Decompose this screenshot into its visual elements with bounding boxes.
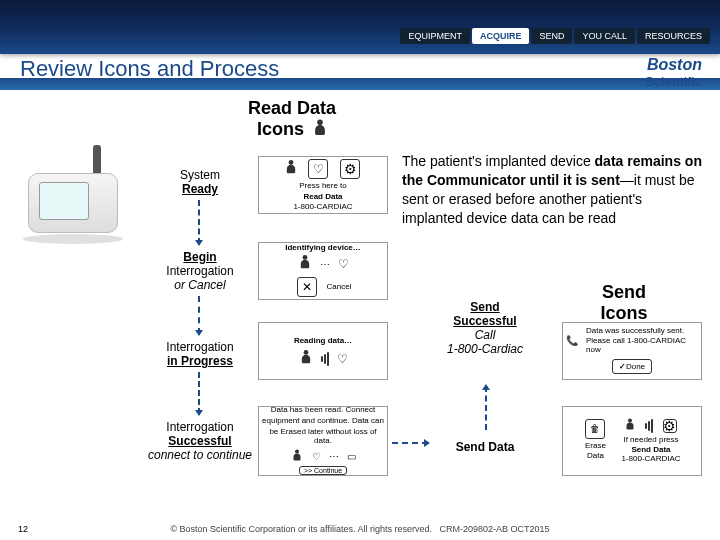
brand-line1: Boston [645, 56, 702, 74]
screen-reading: Reading data… [258, 322, 388, 380]
communicator-device-image [18, 165, 138, 250]
brand-line2: Scientific [645, 74, 702, 89]
send-data-label: Send Data [430, 440, 540, 454]
heart-button-icon [308, 159, 328, 179]
person-icon [294, 453, 301, 460]
nav-send[interactable]: SEND [531, 28, 572, 44]
cancel-button [297, 277, 317, 297]
screen-send-data: Erase Data If needed press Send Data 1-8… [562, 406, 702, 476]
footer: © Boston Scientific Corporation or its a… [0, 524, 720, 534]
nav-tabs: EQUIPMENT ACQUIRE SEND YOU CALL RESOURCE… [400, 28, 710, 44]
read-data-heading: Read Data Icons [232, 98, 352, 140]
nav-equipment[interactable]: EQUIPMENT [400, 28, 470, 44]
person-icon [301, 355, 309, 363]
continue-button: >> Continue [299, 466, 347, 475]
step-begin-interrogation: Begin Interrogation or Cancel [140, 250, 260, 292]
heart-icon [338, 257, 349, 271]
step-in-progress: Interrogation in Progress [140, 340, 260, 368]
header-bar: EQUIPMENT ACQUIRE SEND YOU CALL RESOURCE… [0, 0, 720, 54]
brand-logo: Boston Scientific [645, 56, 702, 89]
signal-icon [321, 352, 329, 366]
heart-icon [312, 451, 321, 462]
heart-icon [337, 352, 348, 366]
screen-data-read: Data has been read. Connect equipment an… [258, 406, 388, 476]
arrow-to-send [392, 442, 428, 444]
person-icon [315, 125, 325, 135]
send-successful-label: Send Successful Call 1-800-Cardiac [430, 300, 540, 356]
arrow-2-3 [198, 296, 200, 334]
step-successful: Interrogation Successful connect to cont… [140, 420, 260, 462]
trash-icon [585, 419, 605, 439]
step-system-ready: System Ready [140, 168, 260, 196]
arrow-1-2 [198, 200, 200, 244]
screen-identifying: Identifying device… ⋯ Cancel [258, 242, 388, 300]
screen-send-success: 📞 Data was successfully sent. Please cal… [562, 322, 702, 380]
gear-icon [340, 159, 360, 179]
title-underline [0, 78, 720, 90]
screen-ready: Press here to Read Data 1-800-CARDIAC [258, 156, 388, 214]
person-icon [626, 422, 633, 429]
wave-icon [645, 419, 653, 433]
done-button: Done [612, 359, 652, 374]
gear-icon [663, 419, 677, 433]
nav-resources[interactable]: RESOURCES [637, 28, 710, 44]
nav-youcall[interactable]: YOU CALL [574, 28, 635, 44]
person-icon [300, 260, 308, 268]
explanation-text: The patient's implanted device data rema… [402, 152, 702, 228]
arrow-send-up [485, 386, 487, 430]
arrow-3-4 [198, 372, 200, 414]
nav-acquire[interactable]: ACQUIRE [472, 28, 530, 44]
person-icon [287, 165, 295, 173]
